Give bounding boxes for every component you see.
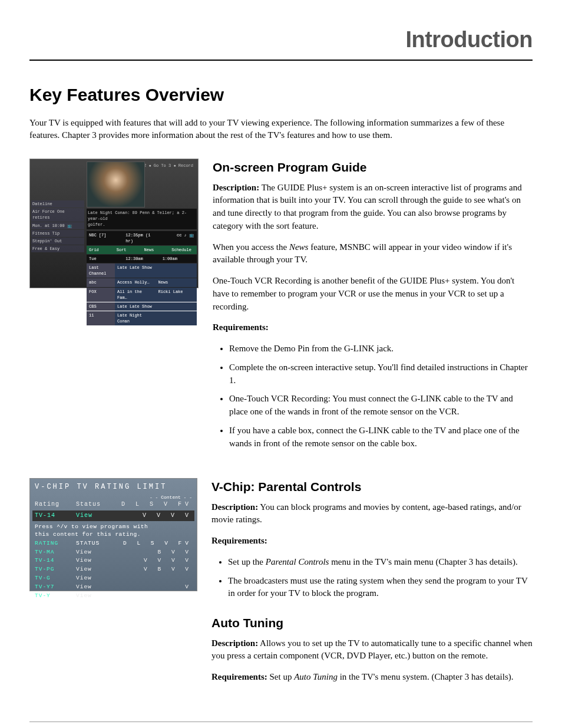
guide-cell: Ricki Lake: [156, 288, 197, 302]
guide-channel-row: NBC [7] 12:35pm (1 hr) cc ♪ 📺: [87, 231, 197, 245]
text-fragment: Set up: [269, 672, 294, 681]
list-item: One-Touch VCR Recording: You must connec…: [229, 393, 533, 419]
guide-cell: CBS: [87, 302, 115, 311]
guide-cell: [156, 263, 197, 278]
auto-description: Description: Allows you to set up the TV…: [211, 637, 533, 663]
list-item: If you have a cable box, connect the G-L…: [229, 424, 533, 450]
text-line: Press ^/v to view programs with: [35, 523, 148, 530]
vchip-description-text: You can block programs and movies by con…: [211, 502, 521, 525]
guide-cell: 12:35pm (1 hr): [123, 231, 160, 245]
label-description: Description:: [211, 638, 258, 648]
guide-cell: Schedule: [169, 246, 197, 254]
vchip-cell: [117, 592, 192, 600]
vchip-req-label: Requirements:: [211, 535, 533, 548]
vchip-cell: Rating: [35, 500, 76, 509]
guide-cell: abc: [87, 278, 115, 286]
guide-left-item: Fitness Tip: [31, 230, 84, 237]
vchip-cell: B V V: [117, 548, 192, 556]
vchip-cell: TV-PG: [35, 565, 76, 574]
guide-desc: Late Night Conan: 89 Penn & Teller; a 2-…: [87, 209, 197, 229]
guide-description: Description: The GUIDE Plus+ system is a…: [213, 182, 533, 233]
guide-desc-line: golfer.: [88, 222, 105, 227]
guide-vcr-paragraph: One-Touch VCR Recording is another benef…: [213, 275, 533, 313]
vchip-content-label: - - Content - -: [35, 494, 192, 501]
page-footer: 1: [29, 722, 533, 728]
list-item: Set up the Parental Controls menu in the…: [228, 556, 533, 569]
guide-left-item: Dateline: [31, 200, 84, 207]
guide-listing-row: FOXAll in the Fam…Ricki Lake: [87, 288, 197, 302]
label-description: Description:: [213, 183, 259, 192]
guide-cell: 11: [87, 311, 115, 325]
vchip-cell: TV-14: [35, 512, 76, 521]
guide-listing-row: CBSLate Late Show: [87, 302, 197, 311]
vchip-cell: STATUS: [76, 539, 117, 548]
auto-description-text: Allows you to set up the TV to automatic…: [211, 638, 533, 661]
table-row: TV-YView: [35, 592, 192, 600]
vchip-cell: V V V V: [117, 512, 192, 521]
section-heading-auto: Auto Tuning: [211, 614, 533, 632]
guide-cell: Late Late Show: [115, 263, 156, 278]
table-row: TV-GView: [35, 574, 192, 582]
vchip-screenshot: V-CHIP TV RATING LIMIT - - Content - - R…: [29, 478, 197, 591]
guide-cell: Last Channel: [87, 263, 115, 278]
vchip-cell: D L S V FV: [117, 539, 192, 548]
guide-cell: Tue: [87, 255, 123, 263]
guide-right-panel: Late Night Conan: 89 Penn & Teller; a 2-…: [87, 209, 197, 326]
guide-listing-row: abcAccess Holly…News: [87, 278, 197, 286]
guide-news-paragraph: When you access the News feature, MSNBC …: [213, 241, 533, 267]
list-item: Remove the Demo Pin from the G-LINK jack…: [229, 342, 533, 355]
guide-cell: [156, 311, 197, 325]
guide-screenshot: 1 ● Watch 2 ● Go To 3 ● Record Dateline …: [29, 159, 199, 288]
label-description: Description:: [211, 502, 258, 512]
vchip-cell: Status: [76, 500, 117, 509]
vchip-cell: V B V V: [117, 565, 192, 574]
guide-desc-line: Late Night Conan: 89 Penn & Teller; a 2-…: [88, 210, 187, 221]
table-row: TV-Y7View V: [35, 583, 192, 591]
text-fragment: in the TV's menu system. (Chapter 3 has …: [338, 672, 514, 681]
label-requirements: Requirements:: [211, 536, 267, 545]
vchip-cell: D L S V FV: [117, 500, 192, 509]
header-rule: [29, 60, 533, 61]
table-row: TV-PGViewV B V V: [35, 565, 192, 574]
guide-cell: All in the Fam…: [115, 288, 156, 302]
guide-cell: FOX: [87, 288, 115, 302]
guide-cell: News: [156, 278, 197, 286]
list-item: The broadcasters must use the rating sys…: [228, 575, 533, 601]
vchip-cell: View: [76, 565, 117, 574]
vchip-cell: View: [76, 574, 117, 582]
section-vchip: V-CHIP TV RATING LIMIT - - Content - - R…: [29, 478, 533, 692]
guide-cell: Late Night Conan: [115, 311, 156, 325]
guide-cell: [156, 302, 197, 311]
vchip-cell: View: [76, 512, 117, 521]
vchip-cell: V: [117, 583, 192, 591]
label-requirements: Requirements:: [213, 322, 269, 332]
vchip-table-header: RATING STATUS D L S V FV: [35, 539, 192, 548]
vchip-cell: V V V V: [117, 556, 192, 565]
guide-left-item: Mon. at 10:00 📺: [31, 222, 84, 229]
auto-requirements: Requirements: Set up Auto Tuning in the …: [211, 671, 533, 684]
vchip-title: V-CHIP TV RATING LIMIT: [35, 482, 192, 492]
vchip-cell: TV-Y: [35, 592, 76, 600]
guide-cell: Grid: [87, 246, 114, 254]
vchip-cell: TV-14: [35, 556, 76, 565]
section-heading-guide: On-screen Program Guide: [213, 159, 533, 176]
vchip-cell: TV-MA: [35, 548, 76, 556]
text-line: this content for this rating.: [35, 531, 141, 538]
guide-cell: 1:00am: [160, 255, 197, 263]
vchip-cell: View: [76, 583, 117, 591]
table-row: TV-MAView B V V: [35, 548, 192, 556]
vchip-cell: TV-G: [35, 574, 76, 582]
vchip-description: Description: You can block programs and …: [211, 501, 533, 527]
guide-cell: News: [142, 246, 170, 254]
vchip-requirements-list: Set up the Parental Controls menu in the…: [211, 556, 533, 600]
label-requirements: Requirements:: [211, 672, 267, 681]
vchip-header-row: Rating Status D L S V FV: [35, 500, 192, 509]
vchip-cell: View: [76, 548, 117, 556]
section-guide: 1 ● Watch 2 ● Go To 3 ● Record Dateline …: [29, 159, 533, 457]
vchip-cell: View: [76, 592, 117, 600]
table-row: TV-14ViewV V V V: [35, 556, 192, 565]
chapter-title: Introduction: [29, 24, 533, 56]
guide-listing-row: 11Late Night Conan: [87, 311, 197, 325]
section-heading-vchip: V-Chip: Parental Controls: [211, 478, 533, 496]
vchip-cell: View: [76, 556, 117, 565]
